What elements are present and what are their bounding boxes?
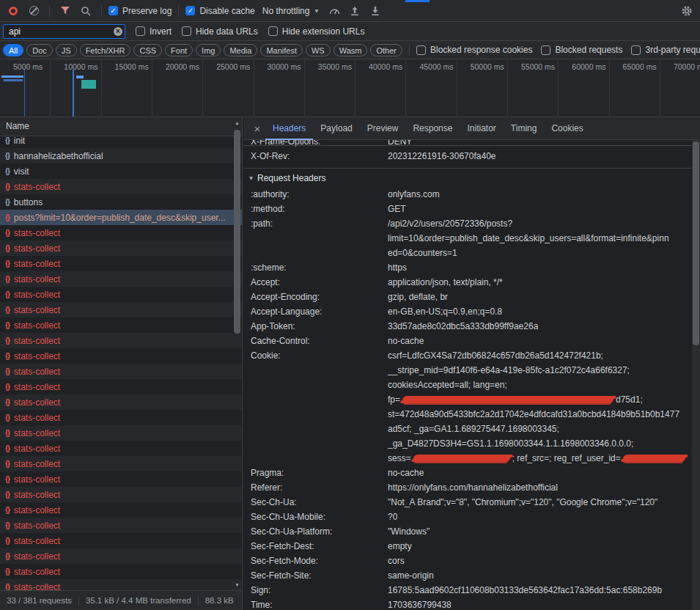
name-column-header[interactable]: Name	[0, 117, 242, 136]
request-row[interactable]: {}stats-collect	[0, 548, 242, 564]
header-value: "Windows"	[388, 524, 430, 539]
close-details-button[interactable]: ×	[249, 122, 265, 135]
request-row[interactable]: {}stats-collect	[0, 564, 242, 579]
header-value-line: ad5cf; _ga=GA1.1.689275447.1698003345;	[388, 422, 688, 436]
timeline-tick: 50000 ms	[471, 62, 504, 71]
tab-timing[interactable]: Timing	[504, 117, 545, 140]
request-name: posts?limit=10&order=publish_date_desc&s…	[14, 213, 226, 223]
json-braces-icon: {}	[5, 213, 10, 221]
blocked-requests-checkbox[interactable]: Blocked requests	[541, 45, 622, 55]
filter-chip-css[interactable]: CSS	[133, 44, 162, 56]
request-row[interactable]: {}stats-collect	[0, 394, 242, 410]
headers-pane[interactable]: X-Frame-Options: DENY X-Of-Rev:202312261…	[243, 140, 692, 610]
header-name: Cache-Control:	[243, 334, 388, 348]
record-button[interactable]	[4, 2, 22, 20]
request-row[interactable]: {}stats-collect	[0, 240, 242, 256]
request-row[interactable]: {}hannahelizabethofficial	[0, 148, 242, 163]
request-row[interactable]: {}stats-collect	[0, 425, 242, 441]
filter-chip-other[interactable]: Other	[370, 44, 402, 56]
settings-button[interactable]	[678, 2, 696, 20]
filter-chip-all[interactable]: All	[3, 44, 23, 56]
blocked-response-cookies-checkbox[interactable]: Blocked response cookies	[416, 45, 532, 55]
timeline-overview[interactable]: 5000 ms10000 ms15000 ms20000 ms25000 ms3…	[0, 59, 700, 117]
network-conditions-button[interactable]	[325, 2, 343, 20]
filter-toggle-button[interactable]	[56, 2, 74, 20]
request-row[interactable]: {}init	[0, 136, 242, 148]
tab-response[interactable]: Response	[405, 117, 460, 140]
header-name: Sec-Fetch-Site:	[243, 568, 388, 583]
request-row[interactable]: {}stats-collect	[0, 487, 242, 502]
filter-chip-ws[interactable]: WS	[306, 44, 331, 56]
hide-extension-urls-checkbox[interactable]: Hide extension URLs	[268, 26, 365, 37]
request-row[interactable]: {}stats-collect	[0, 533, 242, 548]
request-row[interactable]: {}stats-collect	[0, 364, 242, 379]
request-row[interactable]: {}stats-collect	[0, 471, 242, 487]
request-row[interactable]: {}stats-collect	[0, 179, 242, 194]
invert-checkbox[interactable]: Invert	[136, 26, 172, 37]
request-row[interactable]: {}stats-collect	[0, 410, 242, 425]
clear-filter-icon[interactable]: ×	[114, 27, 122, 36]
request-row[interactable]: {}stats-collect	[0, 256, 242, 271]
preserve-log-checkbox[interactable]: ✓ Preserve log	[108, 6, 172, 16]
header-value-line: https	[388, 260, 407, 275]
request-row[interactable]: {}stats-collect	[0, 317, 242, 333]
json-braces-icon: {}	[5, 321, 10, 329]
request-row[interactable]: {}buttons	[0, 194, 242, 210]
filter-chip-wasm[interactable]: Wasm	[334, 44, 368, 56]
json-braces-icon: {}	[5, 521, 10, 529]
filter-chip-doc[interactable]: Doc	[26, 44, 53, 56]
request-row[interactable]: {}stats-collect	[0, 518, 242, 533]
tab-preview[interactable]: Preview	[360, 117, 406, 140]
header-name: Time:	[243, 598, 388, 610]
filter-chip-media[interactable]: Media	[224, 44, 257, 56]
request-row[interactable]: {}stats-collect	[0, 502, 242, 518]
scroll-up-icon[interactable]: ▲	[233, 120, 241, 125]
import-har-button[interactable]	[346, 2, 364, 20]
tab-cookies[interactable]: Cookies	[544, 117, 590, 140]
network-filter-input[interactable]	[3, 24, 125, 39]
throttling-select[interactable]: No throttling ▾	[262, 6, 319, 16]
scrollbar-thumb[interactable]	[693, 142, 699, 345]
json-braces-icon: {}	[5, 183, 10, 191]
details-scrollbar[interactable]	[692, 140, 700, 610]
header-value-line: ed=0&counters=1	[388, 246, 669, 260]
request-list-scrollbar[interactable]: ▲ ▼	[233, 117, 241, 590]
json-braces-icon: {}	[5, 198, 10, 206]
tab-payload[interactable]: Payload	[313, 117, 359, 140]
request-row[interactable]: {}stats-collect	[0, 302, 242, 317]
request-name: hannahelizabethofficial	[14, 151, 103, 161]
request-row[interactable]: {}stats-collect	[0, 441, 242, 456]
filter-chip-fetch-xhr[interactable]: Fetch/XHR	[80, 44, 131, 56]
json-braces-icon: {}	[5, 229, 10, 237]
request-name: stats-collect	[14, 551, 60, 562]
request-row[interactable]: {}visit	[0, 163, 242, 179]
request-row[interactable]: {}stats-collect	[0, 271, 242, 287]
filter-chip-manifest[interactable]: Manifest	[260, 44, 303, 56]
request-row[interactable]: {}stats-collect	[0, 379, 242, 394]
search-button[interactable]	[77, 2, 95, 20]
request-row[interactable]: {}stats-collect	[0, 348, 242, 364]
request-row[interactable]: {}posts?limit=10&order=publish_date_desc…	[0, 210, 242, 225]
scrollbar-thumb[interactable]	[234, 130, 240, 334]
filter-chip-img[interactable]: Img	[196, 44, 221, 56]
timeline-tick: 15000 ms	[115, 62, 149, 71]
scroll-down-icon[interactable]: ▼	[233, 582, 241, 587]
hide-data-urls-checkbox[interactable]: Hide data URLs	[182, 26, 258, 37]
request-row[interactable]: {}stats-collect	[0, 333, 242, 348]
section-request-headers[interactable]: ▾Request Headers	[243, 168, 692, 187]
3rd-party-requests-checkbox[interactable]: 3rd-party requests	[631, 45, 700, 55]
tab-initiator[interactable]: Initiator	[460, 117, 503, 140]
filter-chip-font[interactable]: Font	[165, 44, 193, 56]
disable-cache-checkbox[interactable]: ✓ Disable cache	[185, 6, 254, 16]
export-har-button[interactable]	[366, 2, 384, 20]
request-row[interactable]: {}stats-collect	[0, 579, 242, 590]
filter-chip-js[interactable]: JS	[56, 44, 77, 56]
tab-headers[interactable]: Headers	[265, 117, 313, 140]
blocked-requests-label: Blocked requests	[555, 45, 622, 55]
request-row[interactable]: {}stats-collect	[0, 287, 242, 302]
toolbar-divider	[409, 44, 410, 56]
request-row[interactable]: {}stats-collect	[0, 225, 242, 240]
clear-button[interactable]	[25, 2, 43, 20]
timeline-marker	[73, 70, 74, 117]
request-row[interactable]: {}stats-collect	[0, 456, 242, 471]
